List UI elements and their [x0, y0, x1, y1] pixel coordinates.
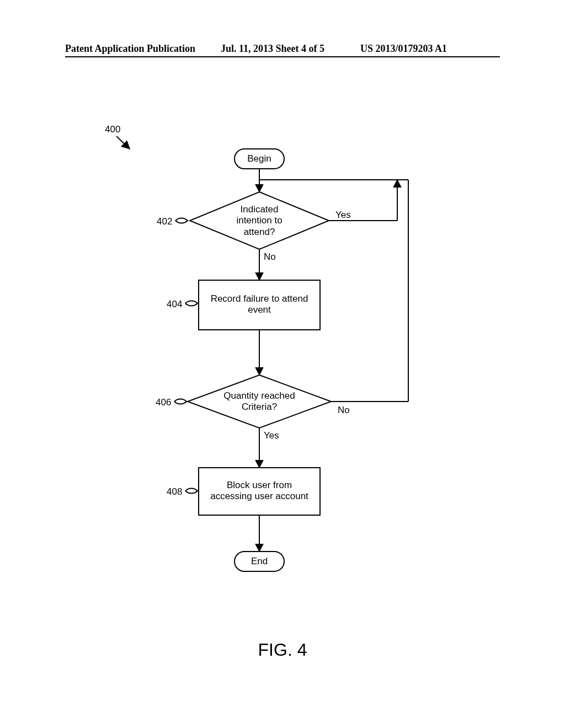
begin-label: Begin [234, 153, 284, 164]
process-408-label: Block user from accessing user account [199, 480, 320, 502]
edge-406-yes: Yes [264, 430, 279, 441]
ref-404-tick [185, 301, 198, 306]
ref-406: 406 [156, 397, 171, 408]
ref-408: 408 [167, 486, 182, 497]
process-404-label: Record failure to attend event [199, 293, 320, 316]
end-label: End [234, 556, 284, 567]
edge-406-no: No [338, 405, 350, 416]
edge-402-no: No [264, 251, 276, 263]
edge-402-yes: Yes [335, 210, 351, 221]
flowchart-svg [0, 0, 565, 728]
figure-caption: FIG. 4 [0, 640, 565, 660]
flowchart-diagram: Begin Indicated intention to attend? Rec… [0, 0, 565, 728]
ref-402-tick [175, 218, 188, 223]
ref-404: 404 [167, 299, 182, 310]
ref-402: 402 [157, 216, 172, 227]
ref-400-arrow [116, 136, 130, 149]
ref-408-tick [185, 489, 198, 494]
ref-400: 400 [105, 124, 120, 135]
decision-402-label: Indicated intention to attend? [210, 204, 309, 238]
decision-406-label: Quantity reached Criteria? [199, 390, 320, 413]
ref-406-tick [174, 399, 186, 404]
page: Patent Application Publication Jul. 11, … [0, 0, 565, 728]
